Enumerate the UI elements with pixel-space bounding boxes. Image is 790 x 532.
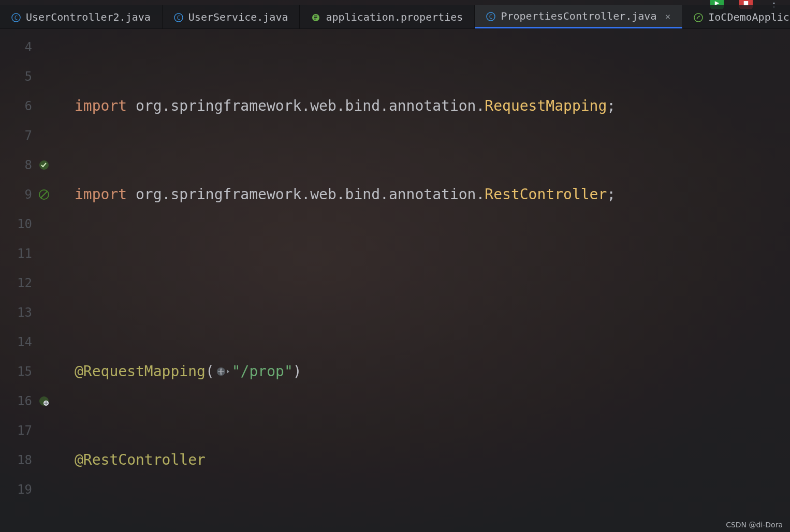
line-number: 15 — [0, 357, 52, 386]
tab-iocdemoapplication[interactable]: IoCDemoApplication.java — [682, 5, 790, 28]
code-body[interactable]: import org.springframework.web.bind.anno… — [52, 29, 790, 532]
line-number: 8 — [0, 150, 52, 180]
tab-label: UserService.java — [188, 11, 288, 23]
line-number: 11 — [0, 239, 52, 268]
line-number: 18 — [0, 445, 52, 475]
line-number: 19 — [0, 475, 52, 504]
spring-icon — [694, 12, 703, 22]
code-editor[interactable]: 4 5 6 7 8 9 10 11 12 13 14 15 16 17 18 1… — [0, 29, 790, 532]
line-number: 10 — [0, 209, 52, 239]
tab-label: IoCDemoApplication.java — [708, 11, 790, 23]
editor-tabs: C UserController2.java C UserService.jav… — [0, 5, 790, 29]
line-number: 16 — [0, 386, 52, 416]
code-line: @RestController — [52, 445, 790, 475]
line-number: 5 — [0, 62, 52, 91]
code-line: @RequestMapping("/prop") — [52, 357, 790, 386]
code-line: import org.springframework.web.bind.anno… — [52, 180, 790, 209]
line-number: 9 — [0, 180, 52, 209]
line-number: 6 — [0, 91, 52, 121]
svg-rect-5 — [314, 16, 317, 17]
tab-propertiescontroller[interactable]: C PropertiesController.java × — [475, 5, 682, 28]
class-icon: C — [486, 11, 495, 21]
tab-label: application.properties — [326, 11, 463, 23]
watermark: CSDN @di-Dora — [726, 521, 783, 529]
code-line: import org.springframework.web.bind.anno… — [52, 91, 790, 121]
endpoint-icon[interactable] — [38, 395, 50, 407]
svg-rect-7 — [314, 19, 316, 20]
line-number: 7 — [0, 121, 52, 150]
tab-label: UserController2.java — [26, 11, 151, 23]
tab-applicationproperties[interactable]: application.properties — [300, 5, 475, 28]
close-icon[interactable]: × — [665, 11, 670, 22]
bean-no-icon[interactable] — [38, 189, 50, 200]
svg-point-10 — [694, 13, 703, 22]
line-number: 13 — [0, 298, 52, 327]
bean-ok-icon[interactable] — [38, 159, 50, 171]
svg-text:C: C — [177, 14, 181, 21]
url-hint-icon[interactable] — [214, 366, 232, 377]
properties-icon — [311, 12, 320, 22]
svg-line-13 — [41, 191, 47, 198]
class-icon: C — [11, 12, 21, 22]
tab-userservice[interactable]: C UserService.java — [163, 5, 300, 28]
line-number: 14 — [0, 327, 52, 357]
svg-text:C: C — [14, 14, 18, 21]
toolbar: ▶ ■ ⋮ — [0, 0, 790, 5]
tab-usercontroller2[interactable]: C UserController2.java — [0, 5, 163, 28]
svg-rect-6 — [314, 17, 317, 18]
line-number: 17 — [0, 416, 52, 445]
gutter: 4 5 6 7 8 9 10 11 12 13 14 15 16 17 18 1… — [0, 29, 52, 532]
tab-label: PropertiesController.java — [501, 10, 656, 22]
line-number: 4 — [0, 32, 52, 62]
line-number: 12 — [0, 268, 52, 298]
svg-text:C: C — [489, 13, 493, 20]
class-icon: C — [174, 12, 183, 22]
code-line — [52, 268, 790, 298]
